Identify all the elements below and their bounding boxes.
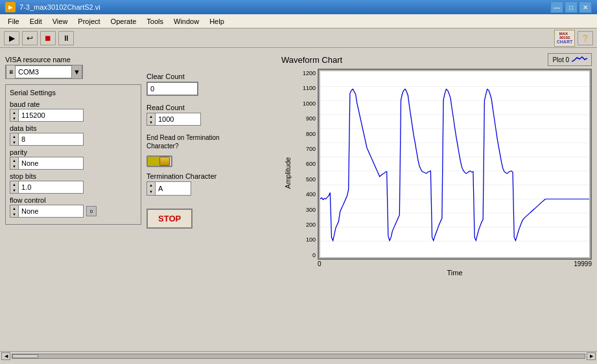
return-button[interactable]: ↩ bbox=[22, 31, 38, 45]
parity-arrows: ▲ ▼ bbox=[10, 157, 19, 170]
y-tick-600: 600 bbox=[306, 161, 316, 167]
toolbar: ▶ ↩ ⏹ ⏸ MAX30102 CHART ? bbox=[0, 28, 597, 48]
app-icon: ▶ bbox=[5, 2, 16, 12]
stop-toolbar-button[interactable]: ⏹ bbox=[40, 31, 56, 45]
y-tick-300: 300 bbox=[306, 207, 316, 213]
toggle-knob bbox=[159, 157, 170, 166]
menu-file[interactable]: File bbox=[3, 16, 25, 27]
scroll-thumb[interactable] bbox=[12, 354, 38, 358]
data-bits-spinner[interactable]: ▲ ▼ 8 bbox=[10, 133, 137, 146]
data-bits-field: data bits ▲ ▼ 8 bbox=[10, 124, 137, 146]
run-button[interactable]: ▶ bbox=[4, 31, 19, 45]
term-char-up[interactable]: ▲ bbox=[147, 182, 155, 188]
parity-spinner[interactable]: ▲ ▼ None bbox=[10, 157, 137, 170]
stop-bits-spinner[interactable]: ▲ ▼ 1.0 bbox=[10, 181, 137, 194]
stop-bits-down[interactable]: ▼ bbox=[10, 187, 18, 193]
pause-button[interactable]: ⏸ bbox=[58, 31, 74, 45]
menu-tools[interactable]: Tools bbox=[141, 16, 169, 27]
read-count-down[interactable]: ▼ bbox=[147, 119, 155, 125]
clear-count-value: 0 bbox=[146, 82, 198, 96]
visa-combo[interactable]: 🖥 COM3 ▼ bbox=[5, 65, 141, 79]
flow-control-value[interactable]: None bbox=[19, 205, 84, 218]
parity-value[interactable]: None bbox=[19, 157, 84, 170]
flow-control-down[interactable]: ▼ bbox=[10, 211, 18, 217]
stop-button[interactable]: STOP bbox=[146, 209, 193, 229]
minimize-button[interactable]: — bbox=[550, 1, 563, 13]
flow-control-field: flow control ▲ ▼ None 0 bbox=[10, 196, 137, 218]
y-tick-500: 500 bbox=[306, 176, 316, 183]
menu-operate[interactable]: Operate bbox=[106, 16, 142, 27]
baud-rate-value[interactable]: 115200 bbox=[19, 109, 84, 122]
flow-control-row: ▲ ▼ None 0 bbox=[10, 205, 137, 218]
baud-rate-arrows: ▲ ▼ bbox=[10, 109, 19, 122]
end-read-toggle[interactable] bbox=[146, 155, 172, 167]
baud-rate-up[interactable]: ▲ bbox=[10, 109, 18, 115]
menu-window[interactable]: Window bbox=[169, 16, 204, 27]
menu-help[interactable]: Help bbox=[204, 16, 229, 27]
stop-bits-up[interactable]: ▲ bbox=[10, 181, 18, 187]
maximize-button[interactable]: □ bbox=[565, 1, 578, 13]
data-bits-value[interactable]: 8 bbox=[19, 133, 84, 146]
y-tick-700: 700 bbox=[306, 146, 316, 152]
read-count-value[interactable]: 1000 bbox=[156, 113, 201, 126]
y-axis-label: Amplitude bbox=[284, 157, 292, 188]
term-char-input[interactable]: ▲ ▼ A bbox=[146, 181, 191, 196]
menu-view[interactable]: View bbox=[47, 16, 73, 27]
y-tick-200: 200 bbox=[306, 222, 316, 228]
term-char-group: Termination Character ▲ ▼ A bbox=[146, 172, 276, 196]
term-char-value[interactable]: A bbox=[156, 181, 191, 196]
stop-bits-value[interactable]: 1.0 bbox=[19, 181, 84, 194]
serial-settings-box: Serial Settings baud rate ▲ ▼ 115200 dat… bbox=[5, 84, 141, 225]
flow-control-up[interactable]: ▲ bbox=[10, 205, 18, 211]
term-char-arrows: ▲ ▼ bbox=[146, 181, 156, 196]
scroll-left-button[interactable]: ◀ bbox=[1, 352, 10, 360]
help-context-button[interactable]: ? bbox=[578, 31, 593, 45]
stop-bits-label: stop bits bbox=[10, 172, 137, 180]
x-min: 0 bbox=[318, 260, 322, 267]
scroll-track[interactable] bbox=[12, 354, 585, 359]
flow-indicator: 0 bbox=[86, 206, 97, 216]
scroll-right-button[interactable]: ▶ bbox=[587, 352, 596, 360]
y-tick-1000: 1000 bbox=[303, 100, 316, 107]
y-tick-400: 400 bbox=[306, 191, 316, 198]
plot-legend: Plot 0 bbox=[548, 53, 592, 66]
y-tick-1200: 1200 bbox=[303, 70, 316, 76]
flow-control-spinner[interactable]: ▲ ▼ None bbox=[10, 205, 84, 218]
window-title: 7-3_max30102ChartS2.vi bbox=[19, 3, 100, 11]
visa-dropdown-arrow[interactable]: ▼ bbox=[71, 65, 82, 78]
data-bits-up[interactable]: ▲ bbox=[10, 133, 18, 139]
visa-combobox[interactable]: 🖥 COM3 ▼ bbox=[5, 65, 83, 79]
baud-rate-field: baud rate ▲ ▼ 115200 bbox=[10, 100, 137, 122]
clear-count-group: Clear Count 0 bbox=[146, 73, 276, 96]
chart-area: Waveform Chart Plot 0 Amplitude bbox=[281, 53, 592, 346]
flow-control-label: flow control bbox=[10, 196, 137, 204]
term-char-down[interactable]: ▼ bbox=[147, 188, 155, 195]
end-read-group: End Read on Termination Character? bbox=[146, 133, 276, 150]
y-tick-1100: 1100 bbox=[303, 85, 316, 91]
left-panel: VISA resource name 🖥 COM3 ▼ Serial Setti… bbox=[5, 53, 141, 346]
read-count-row: ▲ ▼ 1000 bbox=[146, 113, 276, 126]
clear-count-label: Clear Count bbox=[146, 73, 276, 80]
plot-label: Plot 0 bbox=[552, 56, 569, 63]
read-count-arrows: ▲ ▼ bbox=[146, 113, 156, 126]
read-count-spinner[interactable]: ▲ ▼ 1000 bbox=[146, 113, 201, 126]
read-count-up[interactable]: ▲ bbox=[147, 113, 155, 119]
menu-edit[interactable]: Edit bbox=[25, 16, 47, 27]
read-count-label: Read Count bbox=[146, 104, 276, 111]
stop-bits-field: stop bits ▲ ▼ 1.0 bbox=[10, 172, 137, 194]
baud-rate-spinner[interactable]: ▲ ▼ 115200 bbox=[10, 109, 137, 122]
menu-project[interactable]: Project bbox=[73, 16, 105, 27]
data-bits-down[interactable]: ▼ bbox=[10, 139, 18, 145]
baud-rate-down[interactable]: ▼ bbox=[10, 115, 18, 121]
close-button[interactable]: ✕ bbox=[579, 1, 592, 13]
horizontal-scrollbar: ◀ ▶ bbox=[0, 351, 597, 360]
parity-down[interactable]: ▼ bbox=[10, 163, 18, 169]
parity-up[interactable]: ▲ bbox=[10, 157, 18, 163]
baud-rate-label: baud rate bbox=[10, 100, 137, 108]
title-bar: ▶ 7-3_max30102ChartS2.vi — □ ✕ bbox=[0, 0, 597, 14]
term-char-row: ▲ ▼ A bbox=[146, 181, 276, 196]
flow-control-arrows: ▲ ▼ bbox=[10, 205, 19, 218]
menu-bar: File Edit View Project Operate Tools Win… bbox=[0, 14, 597, 28]
data-bits-arrows: ▲ ▼ bbox=[10, 133, 19, 146]
chart-title-row: Waveform Chart Plot 0 bbox=[281, 53, 592, 66]
